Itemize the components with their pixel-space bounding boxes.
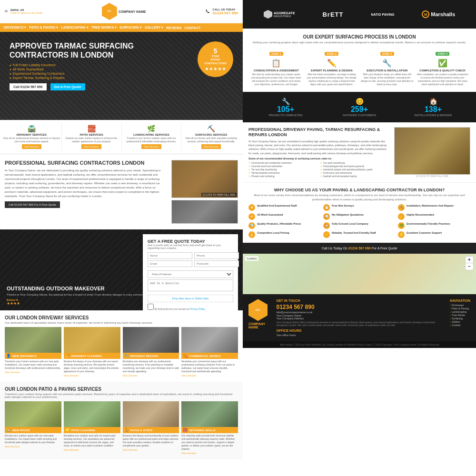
patio-name-2: PATHS & STEPS	[130, 429, 153, 432]
step4-icon: ✅	[416, 59, 469, 68]
service-patio: 🧱 PATIO SERVICES Explore our patio outdo…	[62, 123, 122, 151]
pro-title: PROFESSIONAL SURFACING CONTRACTORS LONDO…	[5, 160, 167, 166]
phone-button[interactable]: Call 01234 567 890	[10, 83, 47, 90]
footer-email[interactable]: info@yourcompanyname.co.uk	[276, 311, 445, 314]
dw-link-2[interactable]: View Services	[123, 374, 179, 377]
map-zoom-out[interactable]: −	[466, 263, 473, 270]
rp-dw-7: Forecourts and showrooms	[320, 171, 389, 174]
nav-contact[interactable]: CONTACT	[185, 26, 201, 30]
svc-title-2: LANDSCAPING SERVICES	[133, 133, 169, 136]
patio-link-0[interactable]: View Services	[5, 445, 61, 448]
stat-projects-num: 105+	[250, 105, 321, 114]
area-select[interactable]: Area of Interest Driveways Patio & Pavin…	[148, 270, 233, 278]
company-logo: CO.	[102, 3, 117, 20]
patio-desc-2: Enhance the beauty and functionality of …	[123, 434, 179, 447]
nav-gallery[interactable]: GALLERY ▾	[145, 26, 163, 30]
hero-content: APPROVED TARMAC SURFACING CONTRACTORS IN…	[10, 41, 138, 90]
natio-name: NATIO PAVING	[371, 13, 394, 16]
nav-patio[interactable]: PATIO & PAVING ▾	[29, 26, 58, 30]
question-textarea[interactable]	[148, 279, 233, 291]
nav-reviews[interactable]: REVIEWS	[166, 26, 181, 30]
service-driveways: 🛣️ DRIVEWAY SERVICES View all our profes…	[2, 123, 62, 151]
patio-link-2[interactable]: View Services	[123, 448, 179, 451]
svc-btn-0[interactable]: View Services	[22, 144, 41, 149]
footer-nav-title: NAVIGATION	[450, 299, 470, 302]
svc-btn-2[interactable]: View Services	[141, 144, 161, 149]
why-item-2: 🔨 Installation, Maintenance And Repairs	[398, 204, 470, 211]
dw-link-1[interactable]: View Services	[64, 374, 120, 377]
footer-bottom-text: Web design © 2023 by Smart Websites Ltd …	[280, 343, 439, 346]
footer-nav-3[interactable]: Tree Works	[450, 314, 470, 317]
aggregate-name: AGGREGATE	[274, 11, 295, 15]
footer-nav-4[interactable]: Surfacing	[450, 317, 470, 320]
why-icon-11: ⭐	[398, 231, 405, 238]
why-text-6: Quality Products, Affordable Prices	[257, 222, 301, 225]
footer-nav-0[interactable]: Driveways	[450, 304, 470, 307]
pro-body: At Your Company Name, we are dedicated t…	[5, 169, 167, 198]
footer-nav-6[interactable]: Contact	[450, 324, 470, 327]
quote-button[interactable]: Get A Free Quote	[50, 83, 85, 90]
nav-driveways[interactable]: DRIVEWAYS ▾	[4, 26, 26, 30]
step4-desc: After completion, we conduct a quality i…	[416, 73, 469, 86]
rp-dw-3: Grass/playgrounds and sports grounds	[320, 165, 389, 168]
svc-title-1: PATIO SERVICES	[79, 133, 103, 136]
rp-driveway-title: PROFESSIONAL DRIVEWAY PAVING, TARMAC RES…	[248, 127, 389, 138]
rp-dw-1: Car park resurfacing	[320, 161, 389, 164]
privacy-link[interactable]: Privacy Policy	[190, 307, 205, 310]
dropzone-text: Drop files here or	[172, 297, 194, 300]
patio-name-1: PATIO CLEANING	[71, 429, 95, 432]
patio-link-1[interactable]: View Services	[64, 448, 120, 451]
map-zoom-in[interactable]: +	[466, 257, 473, 263]
stat-customers: 😊 259+ SATISFIED CUSTOMERS	[324, 98, 395, 117]
postcode-input[interactable]	[194, 260, 239, 267]
why-item-8: 🌿 Environmentally Friendly Practices	[398, 222, 470, 229]
dw-name-0: NEW DRIVEWAYS	[12, 355, 37, 357]
nav-surfacing[interactable]: SURFACING ▾	[119, 26, 142, 30]
why-icon-2: 🔨	[398, 204, 405, 211]
footer-nav-1[interactable]: Patio & Paving	[450, 307, 470, 310]
nav-landscaping[interactable]: LANDSCAPING ▾	[61, 26, 88, 30]
file-dropzone[interactable]: Drop files here or Select files	[148, 295, 233, 302]
why-section: WHY CHOOSE US AS YOUR PAVING & LANDSCAPI…	[243, 182, 476, 243]
partner-natio: NATIO PAVING	[371, 13, 394, 16]
footer-nav-2[interactable]: Landscaping	[450, 310, 470, 313]
why-subtitle: Most of our work comes from recommendati…	[248, 193, 470, 201]
brett-logo: BrETT	[322, 11, 343, 18]
patio-grid: 🏡 NEW PATIOS Elevate your outdoor space …	[5, 401, 238, 455]
header-logo: CO. COMPANY NAME	[102, 3, 146, 20]
dw-link-3[interactable]: View Services	[181, 374, 238, 377]
patio-icon-1: 🧽	[65, 428, 70, 432]
pro-image-main: Q CLICK TO VIEW FULL SIZE	[171, 160, 238, 198]
cta-phone[interactable]: 01234 567 890	[348, 247, 371, 250]
nav-tree[interactable]: TREE WORKS ▾	[91, 26, 117, 30]
rp-driveway-services-title: Some of our recommended driveway & surfa…	[248, 157, 389, 160]
email-value[interactable]: Click to send us an email	[10, 11, 42, 14]
process-subtitle: Getting your surfacing projects done rig…	[250, 40, 469, 44]
dw-link-0[interactable]: View Services	[5, 371, 61, 374]
dw-desc-1: Restore the beauty of your driveway with…	[64, 360, 120, 373]
phone-value[interactable]: 01234 567 890	[213, 11, 238, 15]
dw-img-1	[64, 327, 120, 353]
svc-desc-2: Transform your home's outdoor space with…	[123, 137, 180, 143]
why-icon-6: 💎	[248, 222, 255, 229]
patio-link-3[interactable]: View Services	[181, 452, 238, 455]
step3-badge: STEP 3	[380, 52, 394, 56]
step-2: STEP 2 ✏️ EXPERT PLANNING & DESIGN After…	[306, 48, 358, 86]
privacy-checkbox[interactable]	[148, 304, 154, 310]
email-input[interactable]	[148, 260, 192, 267]
cta-text: Call Us Today On 01234 567 890 For A Fre…	[248, 247, 470, 250]
hero-badge4: Expert Tarmac Surfacing & Repairs	[10, 76, 138, 79]
svc-btn-3[interactable]: View Services	[201, 144, 221, 149]
dropzone-link[interactable]: Select files	[195, 297, 208, 300]
hero-title: APPROVED TARMAC SURFACING CONTRACTORS IN…	[10, 41, 138, 60]
footer-phone[interactable]: 01234 567 890	[276, 304, 445, 310]
lp-header: ✉ EMAIL US Click to send us an email CO.…	[0, 0, 243, 23]
rp-dw-9: Asphalt and tarmacadam laying	[320, 175, 389, 178]
phone-input[interactable]	[194, 252, 239, 259]
footer-nav-5[interactable]: Gallery	[450, 320, 470, 323]
pro-cta-button[interactable]: Call 01234 567 890 For A Free Quote	[5, 201, 60, 208]
dw-item-0: 👤 NEW DRIVEWAYS Transform your home's en…	[5, 327, 61, 377]
why-title: WHY CHOOSE US AS YOUR PAVING & LANDSCAPI…	[248, 188, 470, 192]
svc-btn-1[interactable]: View Services	[81, 144, 101, 149]
name-input[interactable]	[148, 252, 192, 259]
